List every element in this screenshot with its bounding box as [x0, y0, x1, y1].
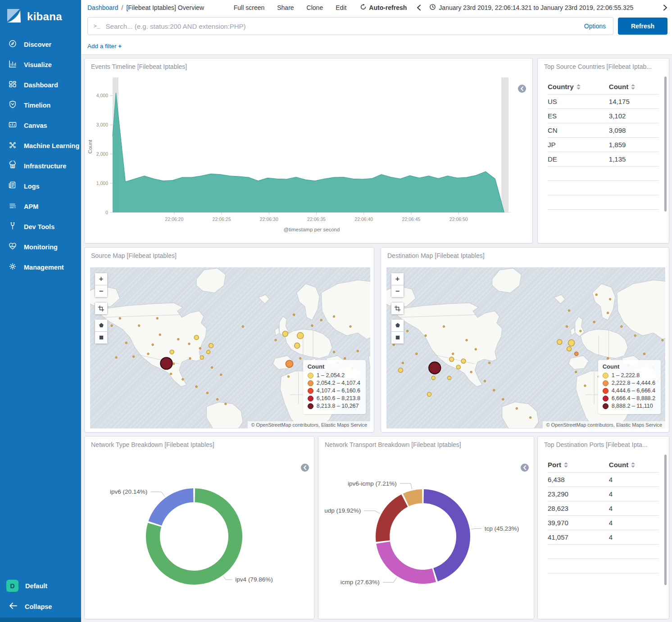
map-marker[interactable]	[567, 347, 572, 351]
map-marker[interactable]	[427, 392, 431, 397]
map-marker[interactable]	[209, 343, 213, 348]
column-header[interactable]: Country	[548, 79, 609, 95]
time-forward-chevron[interactable]	[663, 5, 667, 11]
sidebar-collapse-button[interactable]: Collapse	[0, 596, 81, 617]
table-scrollbar[interactable]	[664, 77, 667, 212]
map-marker[interactable]	[286, 360, 293, 367]
sidebar-item-infrastructure[interactable]: Infrastructure	[0, 156, 81, 176]
zoom-in-button[interactable]: +	[391, 273, 404, 285]
map-marker-dot	[311, 325, 313, 326]
map-marker-dot	[156, 317, 158, 319]
map-marker[interactable]	[200, 356, 204, 359]
map-marker[interactable]	[568, 340, 575, 346]
sidebar-item-visualize[interactable]: Visualize	[0, 54, 81, 75]
table-cell: 4	[609, 530, 659, 545]
panel-title[interactable]: Events Timeline [Filebeat Iptables]	[85, 59, 532, 72]
map-marker-dot	[566, 325, 568, 327]
breadcrumb-dashboard-link[interactable]: Dashboard	[87, 4, 118, 11]
draw-polygon-button[interactable]	[391, 319, 404, 332]
management-icon	[8, 262, 17, 272]
edit-button[interactable]: Edit	[336, 4, 346, 11]
map-marker[interactable]	[450, 357, 454, 361]
map-marker[interactable]	[194, 335, 199, 340]
sidebar-item-space-default[interactable]: D Default	[0, 575, 81, 596]
map-attribution: © OpenStreetMap contributors, Elastic Ma…	[248, 421, 370, 428]
table-cell: 4	[609, 473, 659, 487]
map-marker[interactable]	[295, 343, 300, 348]
map-marker[interactable]	[575, 352, 578, 356]
time-range-picker[interactable]: January 23rd 2019, 22:06:14.321 to Janua…	[429, 4, 633, 12]
column-header[interactable]: Count	[609, 457, 659, 473]
column-header[interactable]: Port	[548, 457, 609, 473]
column-header[interactable]: Count	[609, 79, 659, 95]
map-marker-dot	[320, 319, 322, 321]
donut-slice-icmp[interactable]	[376, 541, 436, 584]
map-marker-dot	[493, 389, 495, 391]
svg-text:22:06:20: 22:06:20	[165, 216, 183, 222]
map-marker[interactable]	[456, 365, 460, 369]
map-marker[interactable]	[431, 376, 435, 380]
search-input[interactable]	[105, 22, 582, 31]
draw-rectangle-button[interactable]	[95, 332, 108, 344]
donut-slice-udp[interactable]	[376, 495, 408, 542]
zoom-in-button[interactable]: +	[95, 273, 108, 285]
sidebar-item-machine-learning[interactable]: Machine Learning	[0, 135, 81, 156]
map-marker[interactable]	[206, 350, 210, 354]
map-marker[interactable]	[461, 359, 466, 363]
panel-title[interactable]: Destination Map [Filebeat Iptables]	[381, 248, 669, 261]
panel-title[interactable]: Source Map [Filebeat Iptables]	[85, 248, 374, 261]
sidebar-item-timelion[interactable]: Timelion	[0, 95, 81, 115]
source-map[interactable]: +−Count1 – 2,054.22,054.2 – 4,107.44,107…	[90, 267, 370, 428]
sidebar-item-logs[interactable]: Logs	[0, 176, 81, 196]
auto-refresh-button[interactable]: Auto-refresh	[360, 4, 407, 12]
map-marker[interactable]	[170, 350, 174, 354]
table-cell: 4	[609, 516, 659, 530]
kibana-logo-icon	[6, 8, 22, 25]
refresh-button[interactable]: Refresh	[618, 18, 667, 35]
share-button[interactable]: Share	[277, 4, 294, 11]
table-header-row: PortCount	[548, 457, 659, 473]
sidebar-item-management[interactable]: Management	[0, 257, 81, 277]
map-marker[interactable]	[160, 357, 172, 369]
query-options-link[interactable]: Options	[582, 23, 608, 30]
fit-data-bounds-button[interactable]	[391, 302, 404, 315]
fit-data-bounds-button[interactable]	[95, 302, 108, 315]
map-marker[interactable]	[429, 362, 440, 374]
search-box[interactable]: >_ Options	[87, 17, 613, 35]
panel-title[interactable]: Network Transport Breakdown [Filebeat Ip…	[318, 437, 534, 450]
panel-title[interactable]: Top Destination Ports [Filebeat Ipta...	[538, 437, 669, 450]
donut-slice-ipv6[interactable]	[149, 488, 194, 526]
zoom-out-button[interactable]: −	[391, 285, 404, 297]
zoom-out-button[interactable]: −	[95, 285, 108, 297]
map-marker[interactable]	[557, 339, 562, 344]
sidebar-item-dashboard[interactable]: Dashboard	[0, 75, 81, 95]
full-screen-button[interactable]: Full screen	[234, 4, 264, 11]
map-marker-dot	[593, 321, 595, 323]
legend-row: 4,444.6 – 6,666.4	[603, 387, 655, 395]
table-row: JP1,859	[548, 138, 659, 152]
panel-title[interactable]: Top Source Countries [Filebeat Iptab...	[538, 59, 669, 72]
donut-slice-tcp[interactable]	[423, 489, 470, 581]
map-marker[interactable]	[398, 368, 403, 372]
sidebar-item-canvas[interactable]: Canvas	[0, 115, 81, 135]
sidebar-item-discover[interactable]: Discover	[0, 34, 81, 54]
time-back-chevron[interactable]	[417, 5, 421, 11]
add-filter-button[interactable]: Add a filter +	[87, 43, 122, 50]
sidebar-item-apm[interactable]: APM	[0, 196, 81, 216]
panel-title[interactable]: Network Type Breakdown [Filebeat Iptable…	[85, 437, 314, 450]
auto-refresh-icon	[360, 4, 367, 12]
map-marker[interactable]	[448, 376, 451, 380]
draw-polygon-button[interactable]	[95, 319, 108, 332]
clone-button[interactable]: Clone	[307, 4, 323, 11]
kibana-logo[interactable]: kibana	[0, 0, 81, 34]
map-marker[interactable]	[297, 333, 304, 339]
sidebar-item-monitoring[interactable]: Monitoring	[0, 237, 81, 257]
terminal-prompt-icon: >_	[93, 23, 100, 30]
draw-rectangle-button[interactable]	[391, 332, 404, 344]
table-scrollbar[interactable]	[664, 455, 667, 585]
sidebar-item-label: Timelion	[24, 102, 50, 109]
map-marker-dot	[516, 407, 518, 409]
destination-map[interactable]: +−Count1 – 2,222.82,222.8 – 4,444.64,444…	[386, 267, 665, 428]
map-marker[interactable]	[282, 331, 288, 337]
sidebar-item-dev-tools[interactable]: Dev Tools	[0, 216, 81, 237]
